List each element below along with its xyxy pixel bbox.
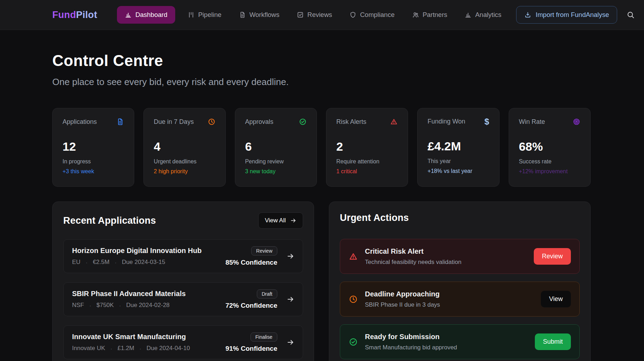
recent-applications-panel: Recent Applications View All Horizon Eur… xyxy=(52,201,314,361)
urgent-item-critical-risk: Critical Risk Alert Technical feasibilit… xyxy=(340,239,580,274)
arrow-right-icon[interactable] xyxy=(286,295,294,303)
stat-label: Approvals xyxy=(245,118,273,126)
confidence-value: 91% Confidence xyxy=(225,345,277,353)
urgent-item-desc: Smart Manufacturing bid approved xyxy=(365,344,528,351)
stat-card-win-rate[interactable]: Win Rate 68% Success rate +12% improveme… xyxy=(509,108,591,187)
urgent-item-desc: Technical feasibility needs validation xyxy=(365,259,527,266)
application-source: EU xyxy=(72,259,81,266)
arrow-right-icon[interactable] xyxy=(286,252,294,260)
nav-item-analytics[interactable]: Analytics xyxy=(460,7,506,23)
document-icon xyxy=(239,11,246,18)
application-amount: $750K xyxy=(96,302,114,309)
meta-separator: · xyxy=(115,259,117,265)
view-all-button[interactable]: View All xyxy=(258,212,303,229)
arrow-right-icon xyxy=(290,217,296,224)
people-icon xyxy=(412,11,419,18)
urgent-item-title: Ready for Submission xyxy=(365,333,528,341)
application-row-horizon-europe[interactable]: Horizon Europe Digital Innovation Hub EU… xyxy=(63,239,303,273)
warning-triangle-icon xyxy=(390,118,398,126)
application-list: Horizon Europe Digital Innovation Hub EU… xyxy=(63,239,303,359)
check-circle-icon xyxy=(299,118,307,126)
stat-cards: Applications 12 In progress +3 this week… xyxy=(52,108,591,187)
stat-label: Win Rate xyxy=(519,118,545,126)
clock-icon xyxy=(349,295,358,304)
nav-label: Pipeline xyxy=(198,11,221,19)
application-amount: €2.5M xyxy=(93,259,110,266)
application-source: Innovate UK xyxy=(72,345,105,352)
review-button[interactable]: Review xyxy=(534,248,571,265)
nav-item-pipeline[interactable]: Pipeline xyxy=(183,7,226,23)
stat-card-risk-alerts[interactable]: Risk Alerts 2 Require attention 1 critic… xyxy=(326,108,408,187)
nav-label: Analytics xyxy=(475,11,501,19)
stat-delta: 2 high priority xyxy=(154,168,215,175)
stat-sub: This year xyxy=(427,158,489,164)
stat-sub: Require attention xyxy=(336,158,398,165)
stat-value: 12 xyxy=(63,140,124,154)
urgent-item-title: Critical Risk Alert xyxy=(365,247,527,255)
nav-item-workflows[interactable]: Workflows xyxy=(234,7,284,23)
stat-card-due-7-days[interactable]: Due in 7 Days 4 Urgent deadlines 2 high … xyxy=(143,108,225,187)
nav-item-compliance[interactable]: Compliance xyxy=(344,7,400,23)
confidence-value: 85% Confidence xyxy=(225,259,277,266)
check-circle-icon xyxy=(349,337,358,347)
brand-logo[interactable]: FundPilot xyxy=(52,10,97,20)
nav-item-partners[interactable]: Partners xyxy=(407,7,452,23)
application-row-innovate-uk[interactable]: Innovate UK Smart Manufacturing Innovate… xyxy=(63,325,303,359)
nav-label: Compliance xyxy=(360,11,395,19)
check-square-icon xyxy=(297,11,304,18)
urgent-item-title: Deadline Approaching xyxy=(365,290,534,298)
urgent-actions-panel: Urgent Actions Critical Risk Alert Techn… xyxy=(329,201,591,361)
view-button[interactable]: View xyxy=(541,291,571,307)
columns-icon xyxy=(188,11,195,18)
stat-value: 6 xyxy=(245,140,307,154)
stat-sub: In progress xyxy=(63,158,124,165)
stat-card-applications[interactable]: Applications 12 In progress +3 this week xyxy=(52,108,134,187)
shield-icon xyxy=(349,11,356,18)
stat-value: 68% xyxy=(519,140,580,154)
nav-label: Workflows xyxy=(249,11,279,19)
stat-sub: Pending review xyxy=(245,158,307,165)
bar-chart-icon xyxy=(465,11,472,18)
search-icon[interactable] xyxy=(626,11,635,19)
stat-value: 4 xyxy=(154,140,215,154)
status-badge: Draft xyxy=(257,289,277,299)
application-source: NSF xyxy=(72,302,84,309)
stat-sub: Urgent deadlines xyxy=(154,158,215,165)
status-badge: Review xyxy=(251,246,277,255)
nav-items: Dashboard Pipeline Workflows Reviews Com… xyxy=(117,6,506,24)
nav-label: Dashboard xyxy=(135,11,167,19)
nav-item-reviews[interactable]: Reviews xyxy=(292,7,337,23)
application-row-sbir-phase-2[interactable]: SBIR Phase II Advanced Materials NSF · $… xyxy=(63,282,303,316)
clock-icon xyxy=(208,118,215,126)
import-from-fundanalyse-button[interactable]: Import from FundAnalyse xyxy=(516,6,617,24)
application-title: SBIR Phase II Advanced Materials xyxy=(72,290,186,298)
page-subtitle: One place to see every bid, every risk a… xyxy=(52,77,591,88)
warning-triangle-icon xyxy=(349,252,358,261)
application-due-date: Due 2024-02-28 xyxy=(126,302,170,309)
application-due-date: Due 2024-03-15 xyxy=(122,259,165,266)
urgent-item-desc: SBIR Phase II due in 3 days xyxy=(365,301,534,308)
nav-item-dashboard[interactable]: Dashboard xyxy=(117,6,175,24)
application-amount: £1.2M xyxy=(118,345,134,352)
meta-separator: · xyxy=(89,302,91,308)
stat-delta: 3 new today xyxy=(245,168,307,175)
status-badge: Finalise xyxy=(250,332,277,342)
meta-separator: · xyxy=(119,302,121,308)
stat-label: Funding Won xyxy=(427,118,465,125)
stat-delta: +12% improvement xyxy=(519,168,580,175)
stat-card-approvals[interactable]: Approvals 6 Pending review 3 new today xyxy=(235,108,317,187)
stat-sub: Success rate xyxy=(519,158,580,165)
stat-value: 2 xyxy=(336,140,398,154)
urgent-item-deadline: Deadline Approaching SBIR Phase II due i… xyxy=(340,282,580,317)
arrow-right-icon[interactable] xyxy=(286,338,294,346)
bar-chart-icon xyxy=(125,11,132,18)
document-icon xyxy=(116,118,124,126)
submit-button[interactable]: Submit xyxy=(535,333,571,350)
stat-card-funding-won[interactable]: Funding Won $ £4.2M This year +18% vs la… xyxy=(417,108,499,187)
stat-label: Applications xyxy=(63,118,97,126)
stat-delta: 1 critical xyxy=(336,168,398,175)
page-title: Control Centre xyxy=(52,52,591,70)
application-due-date: Due 2024-04-10 xyxy=(147,345,190,352)
urgent-item-ready-submission: Ready for Submission Smart Manufacturing… xyxy=(340,324,580,359)
view-all-label: View All xyxy=(265,217,286,224)
